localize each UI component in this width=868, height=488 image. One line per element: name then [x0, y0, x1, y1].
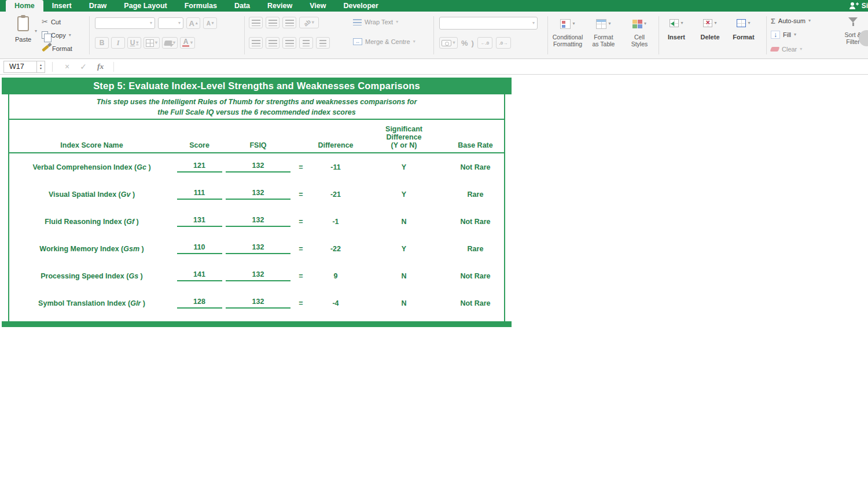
fsiq-cell[interactable]: 132: [225, 216, 292, 227]
wrap-text-button[interactable]: Wrap Text ▾: [353, 19, 398, 25]
difference-cell[interactable]: 9: [310, 272, 361, 280]
base-rate-cell[interactable]: Not Rare: [447, 272, 504, 280]
difference-cell[interactable]: -11: [310, 163, 361, 171]
italic-button[interactable]: I: [111, 37, 125, 49]
score-cell[interactable]: 141: [174, 270, 225, 281]
difference-cell[interactable]: -22: [310, 245, 361, 253]
fsiq-cell[interactable]: 132: [225, 270, 292, 281]
align-left-button[interactable]: [249, 37, 263, 49]
clear-button[interactable]: Clear ▾: [771, 45, 802, 54]
significant-cell[interactable]: Y: [361, 245, 447, 253]
tab-view[interactable]: View: [301, 0, 334, 12]
score-cell[interactable]: 111: [174, 189, 225, 200]
format-cells-button[interactable]: ▾ Format: [729, 17, 759, 41]
formula-input[interactable]: [114, 59, 868, 74]
paste-button[interactable]: ▾ Paste: [10, 16, 36, 43]
align-right-button[interactable]: [282, 37, 296, 49]
significant-cell[interactable]: N: [361, 299, 447, 307]
tab-insert[interactable]: Insert: [43, 0, 80, 12]
base-rate-cell[interactable]: Rare: [447, 245, 504, 253]
fsiq-cell[interactable]: 132: [225, 298, 292, 309]
number-format-combobox[interactable]: ▾: [439, 17, 538, 30]
cut-button[interactable]: ✂ Cut: [42, 17, 72, 26]
score-cell[interactable]: 121: [174, 162, 225, 173]
base-rate-cell[interactable]: Not Rare: [447, 163, 504, 171]
tab-developer[interactable]: Developer: [334, 0, 387, 12]
delete-cells-button[interactable]: ▾ Delete: [695, 17, 725, 41]
base-rate-cell[interactable]: Not Rare: [447, 218, 504, 226]
comma-format-button[interactable]: ): [472, 39, 474, 47]
shrink-font-button[interactable]: A▾: [203, 17, 217, 29]
increase-decimal-button[interactable]: ←.0: [477, 37, 492, 49]
name-box-stepper[interactable]: ▴▾: [37, 61, 45, 73]
font-name-combobox[interactable]: ▾: [95, 17, 155, 29]
align-top-button[interactable]: [249, 17, 263, 28]
fill-button[interactable]: ↓ Fill ▾: [771, 30, 796, 39]
share-button[interactable]: Si: [849, 0, 868, 12]
index-name-cell[interactable]: Working Memory Index (Gsm ): [9, 245, 174, 253]
cancel-icon[interactable]: ×: [65, 62, 69, 71]
cell-styles-button[interactable]: ▾ CellStyles: [623, 17, 656, 47]
fsiq-cell[interactable]: 132: [225, 243, 292, 254]
bold-button[interactable]: B: [95, 37, 109, 49]
tab-data[interactable]: Data: [226, 0, 259, 12]
tab-formulas[interactable]: Formulas: [176, 0, 226, 12]
score-cell[interactable]: 110: [174, 243, 225, 254]
paste-dropdown-caret[interactable]: ▾: [35, 29, 37, 34]
align-center-button[interactable]: [266, 37, 279, 49]
copy-button[interactable]: Copy ▾: [42, 31, 72, 39]
merge-centre-button[interactable]: ↔ Merge & Centre ▾: [353, 38, 415, 45]
formula-bar-divider: [52, 62, 53, 72]
enter-icon[interactable]: ✓: [80, 62, 87, 71]
fill-color-icon: [164, 41, 172, 46]
tab-review[interactable]: Review: [259, 0, 301, 12]
fsiq-cell[interactable]: 132: [225, 189, 292, 200]
difference-cell[interactable]: -1: [310, 218, 361, 226]
insert-function-icon[interactable]: fx: [97, 62, 104, 71]
cells-group: ▾ Insert ▾ Delete ▾ Format: [661, 12, 764, 59]
increase-indent-button[interactable]: [316, 37, 330, 49]
table-footer-bar: [2, 321, 512, 327]
tab-home[interactable]: Home: [6, 0, 43, 12]
difference-cell[interactable]: -4: [310, 299, 361, 307]
fill-color-button[interactable]: ▾: [162, 37, 178, 49]
significant-cell[interactable]: Y: [361, 163, 447, 171]
percent-format-button[interactable]: %: [461, 39, 468, 47]
significant-cell[interactable]: N: [361, 272, 447, 280]
font-size-combobox[interactable]: ▾: [158, 17, 183, 29]
score-cell[interactable]: 131: [174, 216, 225, 227]
name-box[interactable]: W17: [3, 61, 37, 73]
worksheet-area[interactable]: Step 5: Evaluate Index-Level Strengths a…: [0, 75, 868, 488]
score-cell[interactable]: 128: [174, 298, 225, 309]
fsiq-cell[interactable]: 132: [225, 162, 292, 173]
index-name-cell[interactable]: Verbal Comprehension Index (Gc ): [9, 163, 174, 171]
orientation-button[interactable]: ab▾: [299, 17, 319, 28]
significant-cell[interactable]: N: [361, 218, 447, 226]
cell-styles-label-1: Cell: [623, 34, 656, 41]
index-name-cell[interactable]: Symbol Translation Index (Glr ): [9, 299, 174, 307]
insert-cells-button[interactable]: ▾ Insert: [661, 17, 692, 41]
font-color-button[interactable]: A▾: [180, 37, 195, 49]
decrease-decimal-button[interactable]: .0→: [496, 37, 511, 49]
copy-dropdown-caret[interactable]: ▾: [69, 33, 71, 38]
difference-cell[interactable]: -21: [310, 190, 361, 199]
underline-button[interactable]: U▾: [127, 37, 141, 49]
tab-page-layout[interactable]: Page Layout: [115, 0, 175, 12]
grow-font-button[interactable]: A▴: [186, 17, 200, 29]
conditional-formatting-button[interactable]: ▾ ConditionalFormatting: [551, 17, 584, 47]
base-rate-cell[interactable]: Not Rare: [447, 299, 504, 307]
autosum-button[interactable]: Σ Auto-sum ▾: [771, 16, 811, 25]
decrease-indent-button[interactable]: [299, 37, 313, 49]
align-middle-button[interactable]: [266, 17, 279, 28]
base-rate-cell[interactable]: Rare: [447, 190, 504, 199]
currency-format-button[interactable]: ▾: [439, 37, 458, 49]
significant-cell[interactable]: Y: [361, 190, 447, 199]
format-painter-button[interactable]: Format: [42, 44, 72, 53]
index-name-cell[interactable]: Processing Speed Index (Gs ): [9, 272, 174, 280]
tab-draw[interactable]: Draw: [80, 0, 116, 12]
borders-button[interactable]: ▾: [144, 37, 160, 49]
align-bottom-button[interactable]: [282, 17, 296, 28]
index-name-cell[interactable]: Fluid Reasoning Index (Gf ): [9, 218, 174, 226]
index-name-cell[interactable]: Visual Spatial Index (Gv ): [9, 190, 174, 199]
format-as-table-button[interactable]: ▾ Formatas Table: [587, 17, 620, 47]
